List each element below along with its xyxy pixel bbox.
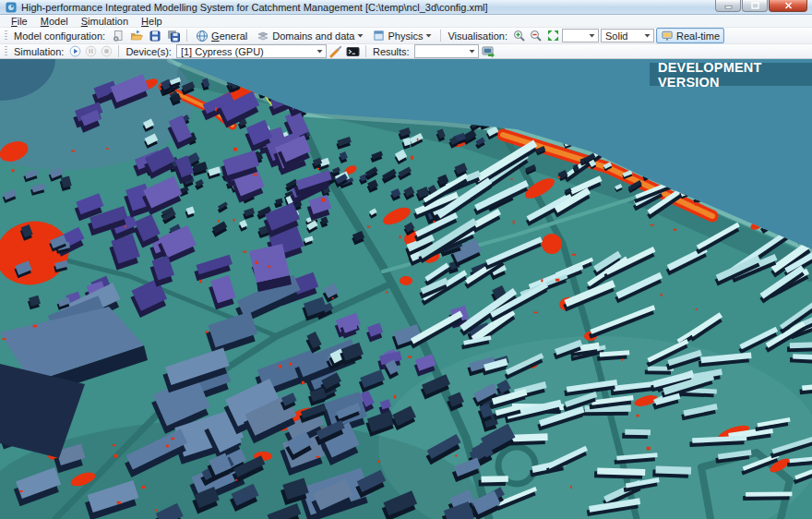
- chevron-down-icon: [469, 49, 475, 54]
- zoom-in-button[interactable]: [512, 29, 527, 43]
- results-combo[interactable]: [414, 44, 479, 58]
- menu-bar: File Model Simulation Help: [0, 15, 812, 28]
- open-config-button[interactable]: [128, 29, 145, 43]
- zoom-out-icon: [530, 30, 543, 42]
- render-mode-combo[interactable]: Solid: [601, 29, 654, 42]
- general-label: General: [211, 30, 247, 42]
- save-config-button[interactable]: [147, 29, 163, 43]
- maximize-icon: [751, 2, 759, 9]
- physics-icon: [373, 30, 385, 42]
- separator: [186, 30, 187, 42]
- development-version-label: DEVELOPMENT VERSION: [658, 60, 812, 90]
- chevron-down-icon: [425, 33, 432, 38]
- real-time-label: Real-time: [676, 30, 720, 42]
- window-controls: [714, 0, 807, 12]
- console-button[interactable]: [345, 44, 361, 59]
- separator: [365, 45, 366, 57]
- real-time-icon: [661, 30, 674, 42]
- real-time-toggle[interactable]: Real-time: [656, 28, 724, 43]
- new-config-icon: [112, 30, 125, 42]
- menu-model[interactable]: Model: [34, 16, 75, 27]
- visualisation-label: Visualisation:: [448, 30, 508, 42]
- window-title: High-performance Integrated Modelling Sy…: [21, 2, 488, 13]
- save-as-icon: [167, 30, 181, 42]
- title-bar[interactable]: High-performance Integrated Modelling Sy…: [0, 0, 812, 15]
- domains-label: Domains and data: [272, 30, 354, 42]
- physics-label: Physics: [388, 30, 423, 42]
- app-window: High-performance Integrated Modelling Sy…: [0, 0, 812, 519]
- fit-view-icon: [547, 30, 559, 42]
- simulation-label: Simulation:: [14, 46, 64, 57]
- menu-help[interactable]: Help: [135, 16, 169, 27]
- chevron-down-icon: [316, 49, 323, 54]
- results-label: Results:: [373, 46, 410, 57]
- zoom-in-icon: [513, 30, 526, 42]
- save-icon: [149, 30, 161, 42]
- chevron-down-icon: [589, 33, 595, 38]
- chevron-down-icon: [644, 33, 651, 38]
- results-monitor-icon: [482, 45, 496, 58]
- maximize-button[interactable]: [742, 0, 768, 12]
- toolbar-grip[interactable]: [5, 46, 7, 56]
- save-config-as-button[interactable]: [165, 29, 182, 43]
- device-settings-button[interactable]: [328, 44, 343, 59]
- menu-simulation[interactable]: Simulation: [75, 16, 135, 27]
- domains-and-data-button[interactable]: Domains and data: [253, 29, 367, 43]
- minimize-button[interactable]: [715, 0, 741, 12]
- stop-simulation-button[interactable]: [100, 44, 113, 59]
- globe-icon: [196, 30, 209, 42]
- viewport-3d[interactable]: DEVELOPMENT VERSION: [0, 59, 812, 519]
- console-icon: [346, 45, 360, 58]
- minimize-icon: [724, 5, 733, 9]
- run-simulation-button[interactable]: [68, 44, 82, 59]
- terrain-3d-render: [0, 59, 812, 519]
- device-combo-value: [1] Cypress (GPU): [181, 46, 264, 57]
- development-version-banner: DEVELOPMENT VERSION: [650, 63, 812, 86]
- play-icon: [69, 45, 81, 57]
- toolbar-simulation: Simulation: Device(s): [1] Cypress (GPU): [0, 44, 812, 59]
- stop-icon: [101, 45, 113, 57]
- close-button[interactable]: [769, 0, 807, 12]
- domains-icon: [257, 30, 269, 42]
- view-combo[interactable]: [562, 29, 599, 42]
- devices-label: Device(s):: [125, 46, 172, 57]
- fit-view-button[interactable]: [545, 29, 560, 43]
- menu-file[interactable]: File: [5, 16, 34, 27]
- separator: [440, 30, 441, 42]
- device-combo[interactable]: [1] Cypress (GPU): [176, 44, 327, 58]
- toolbar-grip[interactable]: [5, 30, 7, 41]
- pause-icon: [85, 45, 97, 57]
- pause-simulation-button[interactable]: [84, 44, 98, 59]
- toolbar-model-configuration: Model configuration:: [0, 28, 812, 44]
- separator: [118, 45, 119, 57]
- model-configuration-label: Model configuration:: [14, 30, 105, 42]
- show-results-button[interactable]: [481, 44, 497, 59]
- zoom-out-button[interactable]: [529, 29, 543, 43]
- open-folder-icon: [130, 30, 144, 42]
- close-icon: [784, 2, 793, 9]
- general-button[interactable]: General: [192, 29, 251, 43]
- chevron-down-icon: [357, 33, 364, 38]
- render-mode-value: Solid: [605, 30, 627, 42]
- app-icon: [6, 2, 17, 13]
- new-config-button[interactable]: [110, 29, 126, 43]
- screwdriver-icon: [329, 45, 342, 58]
- physics-button[interactable]: Physics: [369, 29, 436, 42]
